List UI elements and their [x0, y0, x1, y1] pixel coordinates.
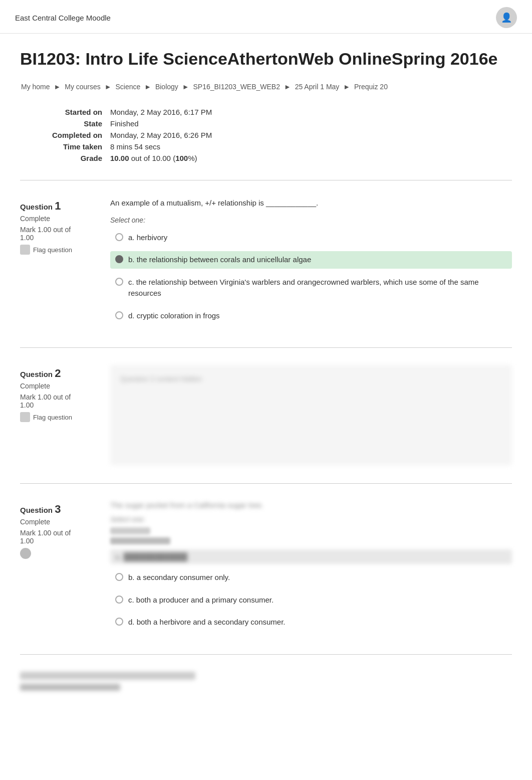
answer-radio-3c [115, 596, 123, 604]
site-title: East Central College Moodle [15, 14, 111, 22]
grade-value: 10.00 out of 10.00 (100%) [110, 152, 512, 164]
divider-3 [20, 483, 512, 484]
question-mark-2: Mark 1.00 out of1.00 [20, 393, 100, 409]
answer-text-3c: c. both a producer and a primary consume… [128, 595, 274, 606]
question-sidebar-1: Question 1 Complete Mark 1.00 out of1.00… [20, 198, 110, 329]
completed-on-label: Completed on [20, 129, 110, 141]
completed-on-value: Monday, 2 May 2016, 6:26 PM [110, 129, 512, 141]
grade-out-of: 10.00 [152, 154, 171, 162]
flag-question-1[interactable]: Flag question [20, 245, 100, 255]
divider-1 [20, 180, 512, 180]
flag-icon-1 [20, 245, 30, 255]
breadcrumb: My home ► My courses ► Science ► Biology… [20, 81, 512, 92]
breadcrumb-biology[interactable]: Biology [155, 83, 178, 91]
answer-text-3b: b. a secondary consumer only. [128, 572, 230, 583]
question-number-2: Question 2 [20, 367, 100, 380]
answer-text-1d: d. cryptic coloration in frogs [128, 310, 220, 322]
answer-option-1d[interactable]: d. cryptic coloration in frogs [110, 307, 512, 325]
state-label: State [20, 118, 110, 129]
user-avatar[interactable]: 👤 [496, 7, 517, 28]
top-bar: East Central College Moodle 👤 [0, 0, 532, 34]
question-3-blurred-select: Select one: [110, 515, 512, 544]
breadcrumb-dates[interactable]: 25 April 1 May [295, 83, 340, 91]
question-sidebar-3: Question 3 Complete Mark 1.00 out of1.00 [20, 501, 110, 636]
grade-percent: 100 [175, 154, 188, 162]
breadcrumb-prequiz[interactable]: Prequiz 20 [354, 83, 388, 91]
flag-label-2: Flag question [33, 414, 72, 421]
breadcrumb-home[interactable]: My home [21, 83, 50, 91]
question-number-1: Question 1 [20, 200, 100, 213]
answer-radio-1c [115, 278, 123, 286]
answer-option-3c[interactable]: c. both a producer and a primary consume… [110, 592, 512, 609]
question-block-1: Question 1 Complete Mark 1.00 out of1.00… [20, 192, 512, 329]
breadcrumb-course[interactable]: SP16_BI1203_WEB_WEB2 [193, 83, 280, 91]
time-taken-value: 8 mins 54 secs [110, 141, 512, 152]
breadcrumb-mycourses[interactable]: My courses [65, 83, 101, 91]
page-content: BI1203: Intro Life ScienceAthertonWeb On… [0, 34, 532, 716]
grade-score: 10.00 [110, 154, 129, 162]
question-status-1: Complete [20, 215, 100, 223]
question-status-3: Complete [20, 518, 100, 526]
question-text-3-blurred: The sugar pocket from a California sugar… [110, 501, 512, 509]
avatar-icon: 👤 [501, 12, 512, 23]
answer-option-1b[interactable]: b. the relationship between corals and u… [110, 251, 512, 269]
answer-radio-1b [115, 255, 123, 263]
question-body-3: The sugar pocket from a California sugar… [110, 501, 512, 636]
time-taken-label: Time taken [20, 141, 110, 152]
answer-radio-1a [115, 233, 123, 241]
answer-radio-1d [115, 311, 123, 319]
answer-text-1b: b. the relationship between corals and u… [128, 254, 311, 266]
divider-4 [20, 654, 512, 655]
flag-icon-3 [20, 548, 31, 559]
answer-option-1a[interactable]: a. herbivory [110, 229, 512, 247]
question-status-2: Complete [20, 382, 100, 390]
question-block-2: Question 2 Complete Mark 1.00 out of1.00… [20, 360, 512, 465]
question-text-1: An example of a mutualism, +/+ relations… [110, 198, 512, 209]
divider-2 [20, 347, 512, 348]
breadcrumb-science[interactable]: Science [115, 83, 140, 91]
answer-option-1c[interactable]: c. the relationship between Virginia's w… [110, 274, 512, 302]
flag-question-2[interactable]: Flag question [20, 412, 100, 422]
answer-radio-3b [115, 573, 123, 581]
question-4-blurred [20, 667, 512, 696]
state-value: Finished [110, 118, 512, 129]
question-block-3: Question 3 Complete Mark 1.00 out of1.00… [20, 496, 512, 636]
question-body-1: An example of a mutualism, +/+ relations… [110, 198, 512, 329]
flag-question-3[interactable] [20, 548, 100, 559]
question-3-option-a-blurred: a. ████████████ [110, 549, 512, 564]
flag-label-1: Flag question [33, 246, 72, 254]
flag-icon-2 [20, 412, 30, 422]
answer-text-3d: d. both a herbivore and a secondary cons… [128, 617, 286, 628]
page-heading: BI1203: Intro Life ScienceAthertonWeb On… [20, 49, 512, 69]
question-mark-1: Mark 1.00 out of1.00 [20, 226, 100, 242]
answer-text-1c: c. the relationship between Virginia's w… [128, 277, 507, 299]
question-mark-3: Mark 1.00 out of1.00 [20, 529, 100, 545]
question-sidebar-2: Question 2 Complete Mark 1.00 out of1.00… [20, 365, 110, 465]
started-on-value: Monday, 2 May 2016, 6:17 PM [110, 106, 512, 118]
answer-option-3b[interactable]: b. a secondary consumer only. [110, 569, 512, 587]
question-2-blurred-content: Question 2 content hidden [110, 365, 512, 465]
question-number-3: Question 3 [20, 503, 100, 516]
answer-option-3d[interactable]: d. both a herbivore and a secondary cons… [110, 614, 512, 631]
grade-label: Grade [20, 152, 110, 164]
started-on-label: Started on [20, 106, 110, 118]
answer-text-1a: a. herbivory [128, 232, 167, 244]
select-one-label-1: Select one: [110, 216, 512, 224]
quiz-info-table: Started on Monday, 2 May 2016, 6:17 PM S… [20, 106, 512, 164]
answer-radio-3d [115, 618, 123, 626]
question-body-2: Question 2 content hidden [110, 365, 512, 465]
